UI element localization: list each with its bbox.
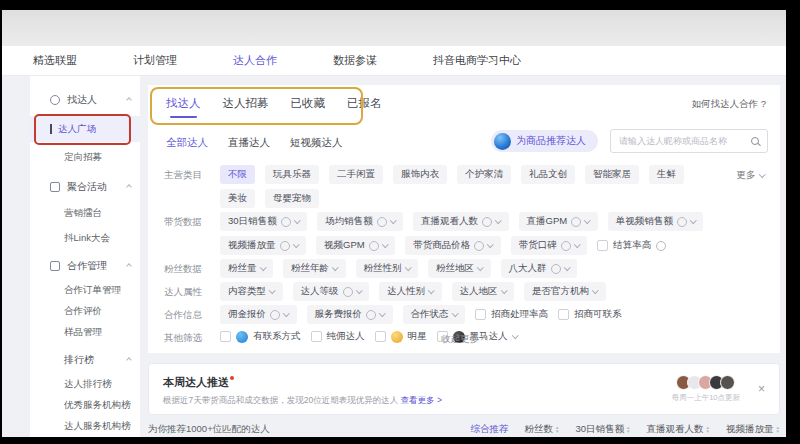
sidebar-item-cooperation-orders[interactable]: 合作订单管理 [30, 279, 140, 301]
chevron-down-icon [452, 310, 458, 316]
sales-dropdown-video-views[interactable]: 视频播放量 [220, 236, 306, 255]
checkbox-merchant-contactable[interactable]: 招商可联系 [558, 308, 622, 321]
category-option-beauty[interactable]: 美妆 [220, 189, 255, 208]
checkbox-settlement-rate[interactable]: 结算率高 [597, 239, 666, 252]
attr-dropdown-talent-level[interactable]: 达人等级 [293, 282, 370, 301]
coop-dropdown-commission[interactable]: 佣金报价 [220, 305, 297, 324]
checkbox-icon[interactable] [475, 309, 486, 320]
sidebar-group-cooperation-management[interactable]: 合作管理 [30, 255, 140, 277]
sales-dropdown-video-gpm[interactable]: 视频GPM [316, 236, 395, 255]
sidebar-item-talent-ranking[interactable]: 达人排行榜 [30, 373, 140, 395]
filter-card: 找达人 达人招募 已收藏 已报名 如何找达人合作 ? 全部达人 直播达人 短视频… [148, 85, 780, 353]
attr-dropdown-talent-region[interactable]: 达人地区 [452, 282, 515, 301]
see-more-link[interactable]: 查看更多 > [401, 395, 442, 405]
sidebar-group-rankings[interactable]: 排行榜 [30, 349, 140, 371]
category-option-toys[interactable]: 玩具乐器 [265, 165, 319, 184]
fans-dropdown-age[interactable]: 粉丝年龄 [283, 259, 346, 278]
subtab-video-talent[interactable]: 短视频达人 [290, 136, 343, 150]
sales-dropdown-avg-session-sales[interactable]: 场均销售额 [317, 212, 403, 231]
nav-item-talent-cooperation[interactable]: 达人合作 [233, 53, 277, 68]
nav-item-alliance[interactable]: 精选联盟 [33, 53, 77, 68]
sales-dropdown-product-price[interactable]: 带货商品价格 [405, 236, 501, 255]
sales-dropdown-live-gpm[interactable]: 直播GPM [519, 212, 598, 231]
sidebar-item-service-agency-ranking[interactable]: 达人服务机构榜 [30, 415, 140, 437]
info-icon [377, 217, 387, 227]
chevron-down-icon [487, 241, 493, 247]
sales-dropdown-live-viewers[interactable]: 直播观看人数 [413, 212, 509, 231]
toolbar: 为商品推荐达人 [491, 129, 768, 153]
help-link[interactable]: 如何找达人合作 ? [692, 98, 766, 111]
subtab-all-talent[interactable]: 全部达人 [166, 136, 208, 150]
sidebar-item-label: 合作订单管理 [64, 284, 121, 297]
nav-item-data-advisor[interactable]: 数据参谋 [333, 53, 377, 68]
fans-dropdown-gender[interactable]: 粉丝性别 [356, 259, 419, 278]
chevron-down-icon [574, 241, 580, 247]
subtab-live-talent[interactable]: 直播达人 [228, 136, 270, 150]
sidebar-group-label: 聚合活动 [67, 180, 107, 194]
sidebar-item-sample-management[interactable]: 样品管理 [30, 321, 140, 343]
category-option-apparel[interactable]: 服饰内衣 [393, 165, 447, 184]
sidebar-item-directional-recruit[interactable]: 定向招募 [30, 146, 140, 168]
sort-video-views[interactable]: 视频播放量 [726, 423, 780, 436]
chevron-down-icon [269, 287, 275, 293]
red-annotation-box [34, 114, 131, 145]
info-icon [280, 241, 290, 251]
sidebar-item-label: 营销擂台 [64, 207, 102, 220]
info-icon [270, 310, 280, 320]
sidebar-item-cooperation-reviews[interactable]: 合作评价 [30, 300, 140, 322]
attr-dropdown-official-agency[interactable]: 是否官方机构 [524, 282, 606, 301]
category-option-fresh[interactable]: 生鲜 [649, 165, 684, 184]
sales-dropdown-reputation[interactable]: 带货口碑 [511, 236, 588, 255]
sidebar-item-doulink-conference[interactable]: 抖Link大会 [30, 227, 140, 249]
more-categories-link[interactable]: 更多 [737, 169, 765, 182]
fans-dropdown-region[interactable]: 粉丝地区 [428, 259, 491, 278]
chevron-down-icon [495, 217, 501, 223]
sort-30d-sales[interactable]: 30日销售额 [576, 423, 631, 436]
coop-dropdown-status[interactable]: 合作状态 [403, 305, 466, 324]
category-option-secondhand[interactable]: 二手闲置 [329, 165, 383, 184]
fans-dropdown-count[interactable]: 粉丝量 [220, 259, 273, 278]
info-icon [656, 241, 666, 251]
sort-arrows-icon [555, 426, 559, 434]
sidebar-group-aggregated-activities[interactable]: 聚合活动 [30, 176, 140, 198]
sidebar-item-agency-ranking[interactable]: 优秀服务机构榜 [30, 394, 140, 416]
sort-comprehensive[interactable]: 综合推荐 [471, 423, 509, 436]
category-option-personal-care[interactable]: 个护家清 [457, 165, 511, 184]
category-option-smart-home[interactable]: 智能家居 [585, 165, 639, 184]
nav-item-plan-management[interactable]: 计划管理 [133, 53, 177, 68]
sidebar-group-label: 合作管理 [67, 259, 107, 273]
collapse-label: 收起更多 [441, 333, 479, 344]
attr-dropdown-talent-gender[interactable]: 达人性别 [379, 282, 442, 301]
sidebar-group-label: 找达人 [67, 93, 97, 107]
attr-dropdown-content-type[interactable]: 内容类型 [220, 282, 283, 301]
sidebar-item-marketing-arena[interactable]: 营销擂台 [30, 202, 140, 224]
sales-dropdown-single-video-sales[interactable]: 单视频销售额 [608, 212, 704, 231]
sidebar-group-find-talent[interactable]: 找达人 [30, 89, 140, 111]
checkbox-merchant-response-rate[interactable]: 招商处理率高 [475, 308, 548, 321]
filter-label: 带货数据 [164, 212, 220, 255]
collapse-more-link[interactable]: 收起更多 [148, 333, 780, 346]
search-input[interactable] [619, 136, 751, 146]
category-option-mother-baby[interactable]: 母婴宠物 [265, 189, 319, 208]
sort-arrows-icon [776, 426, 780, 434]
coop-dropdown-service-fee[interactable]: 服务费报价 [307, 305, 393, 324]
filter-panel: 主营类目 不限 玩具乐器 二手闲置 服饰内衣 个护家清 礼品文创 智能家居 生鲜… [164, 165, 764, 349]
close-icon[interactable]: × [758, 383, 765, 395]
sort-live-viewers[interactable]: 直播观看人数 [647, 423, 710, 436]
sidebar-item-label: 合作评价 [64, 305, 102, 318]
chevron-down-icon [584, 217, 590, 223]
chevron-up-icon [481, 337, 487, 343]
sales-dropdown-30d-sales[interactable]: 30日销售额 [220, 212, 307, 231]
checkbox-icon[interactable] [558, 309, 569, 320]
recommend-talent-button[interactable]: 为商品推荐达人 [491, 130, 598, 152]
info-icon [343, 287, 353, 297]
fans-dropdown-eight-groups[interactable]: 八大人群 [501, 259, 578, 278]
search-icon[interactable] [751, 137, 759, 145]
sort-fans-count[interactable]: 粉丝数 [525, 423, 560, 436]
category-option-gifts[interactable]: 礼品文创 [521, 165, 575, 184]
checkbox-icon[interactable] [597, 240, 608, 251]
chevron-down-icon [382, 241, 388, 247]
category-option-unlimited[interactable]: 不限 [220, 165, 255, 184]
sort-arrows-icon [706, 426, 710, 434]
nav-item-learning-center[interactable]: 抖音电商学习中心 [433, 53, 521, 68]
